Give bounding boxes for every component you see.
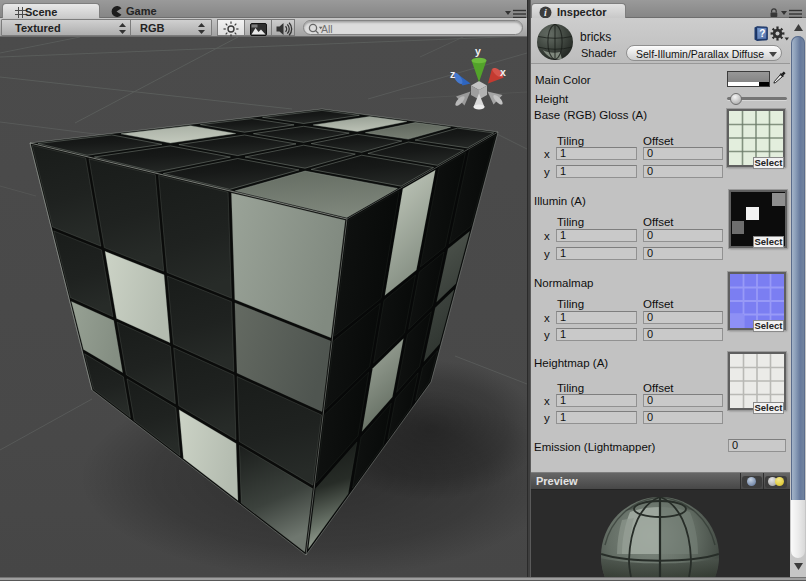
svg-text:?: ?	[759, 28, 765, 39]
svg-text:i: i	[544, 7, 547, 18]
svg-text:x: x	[500, 66, 506, 78]
svg-text:y: y	[475, 45, 481, 57]
svg-text:z: z	[450, 68, 455, 80]
